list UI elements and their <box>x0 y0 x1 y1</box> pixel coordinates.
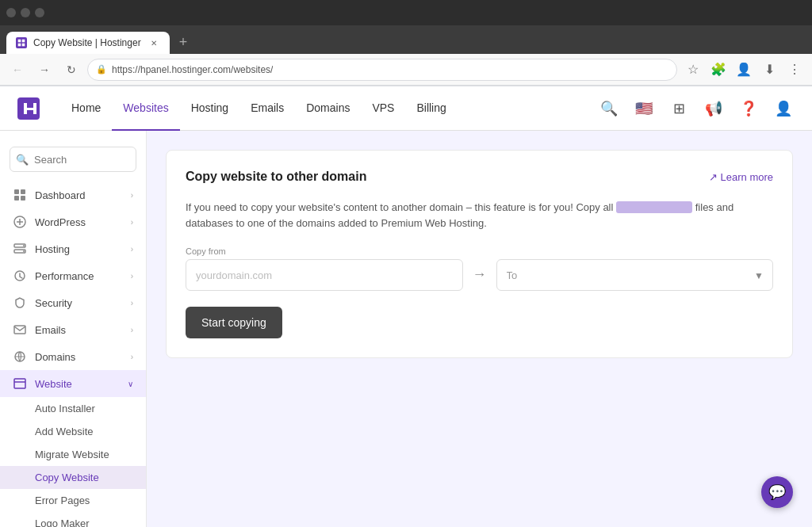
app: Home Websites Hosting Emails Domains VPS… <box>0 86 812 527</box>
to-select[interactable]: To <box>496 259 774 291</box>
sidebar-sub-error-pages[interactable]: Error Pages <box>0 489 146 512</box>
sidebar-item-label: Hosting <box>35 243 70 255</box>
svg-rect-17 <box>14 379 25 388</box>
expand-icon: › <box>131 218 133 227</box>
extensions-button[interactable]: 🧩 <box>707 59 730 81</box>
grid-icon <box>13 188 27 202</box>
tab-icon <box>16 37 27 48</box>
sidebar-item-label: WordPress <box>35 216 86 228</box>
to-field: To ▼ <box>496 246 774 291</box>
forward-button[interactable]: → <box>33 59 56 81</box>
help-button[interactable]: ❓ <box>736 96 761 121</box>
svg-point-12 <box>23 245 25 246</box>
chat-bubble-button[interactable]: 💬 <box>761 476 793 508</box>
sidebar-item-dashboard[interactable]: Dashboard › <box>0 181 146 208</box>
refresh-button[interactable]: ↻ <box>60 59 82 81</box>
menu-button[interactable]: ⋮ <box>783 59 806 81</box>
nav-billing[interactable]: Billing <box>405 86 457 131</box>
nav-vps[interactable]: VPS <box>361 86 405 131</box>
browser-dots <box>6 8 44 17</box>
sidebar-sub-logo-maker[interactable]: Logo Maker <box>0 512 146 527</box>
main-content: Copy website to other domain ↗ Learn mor… <box>147 131 812 527</box>
search-icon: 🔍 <box>16 154 29 166</box>
learn-more-link[interactable]: ↗ Learn more <box>709 171 773 183</box>
sidebar-item-label: Dashboard <box>35 189 86 201</box>
language-button[interactable]: 🇺🇸 <box>631 96 657 121</box>
new-tab-button[interactable]: + <box>173 31 194 54</box>
nav-right: 🔍 🇺🇸 ⊞ 📢 ❓ 👤 <box>596 96 796 121</box>
nav-items: Home Websites Hosting Emails Domains VPS… <box>60 86 596 131</box>
nav-websites[interactable]: Websites <box>112 86 179 131</box>
expand-icon: › <box>131 326 133 334</box>
learn-more-label: Learn more <box>721 171 773 183</box>
copy-from-label: Copy from <box>186 246 463 256</box>
expand-icon: › <box>131 272 133 281</box>
account-button[interactable]: 👤 <box>771 96 796 121</box>
card-title: Copy website to other domain <box>186 170 366 184</box>
to-label <box>496 246 774 256</box>
svg-point-13 <box>23 250 25 252</box>
sidebar-item-domains[interactable]: Domains › <box>0 343 146 370</box>
sidebar-item-label: Security <box>35 297 72 309</box>
copy-from-field: Copy from <box>186 246 463 291</box>
sidebar-item-security[interactable]: Security › <box>0 289 146 316</box>
description-start: If you need to copy your website's conte… <box>186 201 616 213</box>
expand-icon: › <box>131 353 133 361</box>
windows-button[interactable]: ⊞ <box>666 96 691 121</box>
browser-dot-1 <box>6 8 16 17</box>
browser-dot-3 <box>35 8 44 17</box>
expand-icon: › <box>131 245 133 254</box>
nav-hosting[interactable]: Hosting <box>180 86 239 131</box>
performance-icon <box>13 269 27 283</box>
browser-dot-2 <box>21 8 30 17</box>
nav-home[interactable]: Home <box>60 86 112 131</box>
nav-domains[interactable]: Domains <box>295 86 361 131</box>
downloads-button[interactable]: ⬇ <box>758 59 780 81</box>
sidebar-sub-migrate-website[interactable]: Migrate Website <box>0 443 146 466</box>
sidebar-item-wordpress[interactable]: WordPress › <box>0 208 146 235</box>
browser-toolbar: ← → ↻ 🔒 https://hpanel.hostinger.com/web… <box>0 54 812 86</box>
browser-tabs: Copy Website | Hostinger ✕ + <box>0 25 812 54</box>
sidebar-item-label: Domains <box>35 351 75 363</box>
sidebar-sub-copy-website[interactable]: Copy Website <box>0 466 146 489</box>
top-nav: Home Websites Hosting Emails Domains VPS… <box>0 86 812 131</box>
sidebar-sub-auto-installer[interactable]: Auto Installer <box>0 397 146 420</box>
external-link-icon: ↗ <box>709 171 718 183</box>
copy-from-input[interactable] <box>186 259 463 291</box>
collapse-icon: ∨ <box>128 380 133 388</box>
svg-rect-15 <box>14 326 25 334</box>
nav-emails[interactable]: Emails <box>239 86 295 131</box>
sidebar-item-performance[interactable]: Performance › <box>0 262 146 289</box>
browser-titlebar <box>0 0 812 25</box>
profile-button[interactable]: 👤 <box>733 59 755 81</box>
sidebar-item-emails[interactable]: Emails › <box>0 316 146 343</box>
svg-rect-7 <box>14 196 19 200</box>
bookmark-button[interactable]: ☆ <box>682 59 704 81</box>
lock-icon: 🔒 <box>96 64 107 74</box>
browser-chrome: Copy Website | Hostinger ✕ + ← → ↻ 🔒 htt… <box>0 0 812 86</box>
website-icon <box>13 376 27 391</box>
expand-icon: › <box>131 191 133 200</box>
sidebar-sub-add-website[interactable]: Add Website <box>0 420 146 443</box>
sidebar-item-label: Website <box>35 378 72 390</box>
address-bar[interactable]: 🔒 https://hpanel.hostinger.com/websites/ <box>87 59 677 81</box>
email-icon <box>13 323 27 337</box>
svg-rect-8 <box>21 196 25 200</box>
search-input[interactable] <box>10 147 136 172</box>
tab-close-button[interactable]: ✕ <box>147 36 160 49</box>
sidebar-item-label: Emails <box>35 324 66 336</box>
svg-rect-0 <box>18 40 21 43</box>
svg-rect-1 <box>22 40 25 43</box>
back-button[interactable]: ← <box>6 59 29 81</box>
copy-website-card: Copy website to other domain ↗ Learn mor… <box>166 150 793 358</box>
start-copying-button[interactable]: Start copying <box>186 307 282 338</box>
sidebar-item-website[interactable]: Website ∨ <box>0 370 146 397</box>
notification-button[interactable]: 📢 <box>701 96 726 121</box>
card-header: Copy website to other domain ↗ Learn mor… <box>186 170 773 184</box>
arrow-icon: → <box>473 266 487 291</box>
search-button[interactable]: 🔍 <box>596 96 622 121</box>
sidebar-item-hosting[interactable]: Hosting › <box>0 235 146 262</box>
url-display: https://hpanel.hostinger.com/websites/ <box>112 64 273 75</box>
logo <box>16 96 41 121</box>
browser-tab[interactable]: Copy Website | Hostinger ✕ <box>6 32 170 54</box>
